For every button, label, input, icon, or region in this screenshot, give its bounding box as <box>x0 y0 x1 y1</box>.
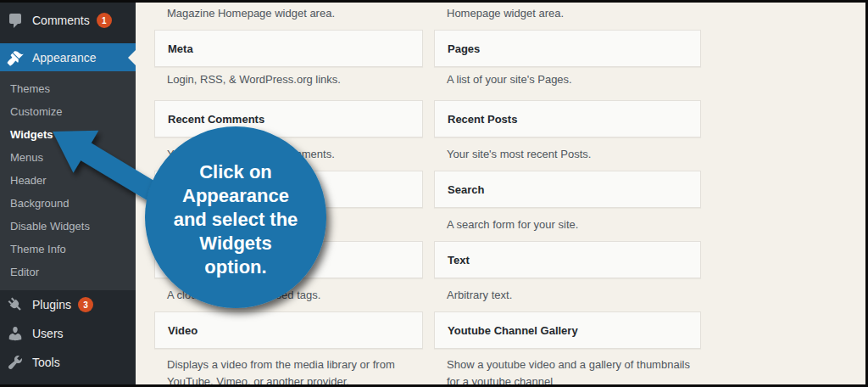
widget-title: Tag Cloud <box>168 254 221 266</box>
submenu-item-header[interactable]: Header <box>0 169 136 192</box>
sidebar-item-comments[interactable]: Comments 1 <box>0 6 136 35</box>
submenu-item-widgets[interactable]: Widgets <box>0 123 136 146</box>
submenu-item-editor[interactable]: Editor <box>0 261 136 283</box>
widget-card-pages[interactable]: Pages <box>434 30 701 67</box>
tools-wrench-icon <box>7 354 24 371</box>
submenu-item-background[interactable]: Background <box>0 192 136 215</box>
widgets-column-right: Homepage widget area. Pages A list of yo… <box>434 3 701 384</box>
sidebar-item-label: Tools <box>32 356 60 369</box>
submenu-item-theme-info[interactable]: Theme Info <box>0 238 136 261</box>
submenu-item-customize[interactable]: Customize <box>0 100 136 123</box>
widget-card-recent-comments[interactable]: Recent Comments <box>154 100 423 137</box>
widget-title: RSS <box>168 183 191 196</box>
widget-title: Pages <box>448 42 480 55</box>
widget-description: Login, RSS, & WordPress.org links. <box>167 71 423 88</box>
submenu-item-themes[interactable]: Themes <box>0 77 136 100</box>
widget-card-youtube-channel-gallery[interactable]: Youtube Channel Gallery <box>434 311 701 349</box>
submenu-item-disable-widgets[interactable]: Disable Widgets <box>0 215 136 238</box>
widget-card-meta[interactable]: Meta <box>154 30 423 67</box>
widget-title: Search <box>448 183 484 196</box>
widget-description: Show a youtube video and a gallery of th… <box>447 356 701 387</box>
widget-description: Magazine Homepage widget area. <box>167 5 423 22</box>
widget-card-text[interactable]: Text <box>434 241 701 278</box>
sidebar-item-label: Users <box>32 327 64 340</box>
sidebar-item-settings[interactable]: Settings <box>0 379 136 387</box>
sidebar-item-users[interactable]: Users <box>0 319 136 348</box>
comment-icon <box>7 12 24 29</box>
comments-count-badge: 1 <box>97 13 112 28</box>
widget-card-search[interactable]: Search <box>434 171 701 208</box>
widget-description: Displays a video from the media library … <box>167 356 423 387</box>
widget-description: Your site's most recent Posts. <box>447 146 701 163</box>
widget-description: A list of your site's Pages. <box>447 71 701 88</box>
users-icon <box>7 325 24 342</box>
sidebar-item-plugins[interactable]: Plugins 3 <box>0 290 136 319</box>
widget-description: Arbitrary text. <box>447 287 701 304</box>
widget-title: Youtube Channel Gallery <box>448 324 578 337</box>
widget-title: Text <box>448 254 470 266</box>
sidebar-item-tools[interactable]: Tools <box>0 348 136 377</box>
widget-title: Video <box>168 324 198 337</box>
widget-card-rss[interactable]: RSS <box>154 171 423 208</box>
wordpress-admin-screen: Comments 1 Appearance Themes Customize W… <box>0 0 868 387</box>
sidebar-item-label: Appearance <box>32 51 97 64</box>
widgets-column-left: Magazine Homepage widget area. Meta Logi… <box>154 3 423 384</box>
current-menu-notch <box>128 50 136 65</box>
widget-title: Recent Posts <box>448 113 517 126</box>
widget-card-tag-cloud[interactable]: Tag Cloud <box>154 241 423 278</box>
admin-sidebar: Comments 1 Appearance Themes Customize W… <box>0 3 136 384</box>
available-widgets-panel: Magazine Homepage widget area. Meta Logi… <box>136 3 868 384</box>
widget-description: Homepage widget area. <box>447 5 701 22</box>
appearance-brush-icon <box>7 49 24 66</box>
plugins-icon <box>7 296 24 313</box>
widget-title: Meta <box>168 42 193 55</box>
sidebar-item-label: Plugins <box>32 298 71 311</box>
widget-description: Your site's most recent comments. <box>167 146 423 163</box>
widget-description: A cloud of your most used tags. <box>167 287 423 304</box>
widget-description: A search form for your site. <box>447 216 701 233</box>
widget-title: Recent Comments <box>168 113 264 126</box>
widget-card-video[interactable]: Video <box>154 311 423 349</box>
appearance-submenu: Themes Customize Widgets Menus Header Ba… <box>0 71 136 290</box>
sidebar-item-appearance[interactable]: Appearance <box>0 43 136 71</box>
plugins-count-badge: 3 <box>78 297 93 312</box>
widget-card-recent-posts[interactable]: Recent Posts <box>434 100 701 137</box>
sidebar-item-label: Comments <box>32 14 90 27</box>
submenu-item-menus[interactable]: Menus <box>0 146 136 169</box>
